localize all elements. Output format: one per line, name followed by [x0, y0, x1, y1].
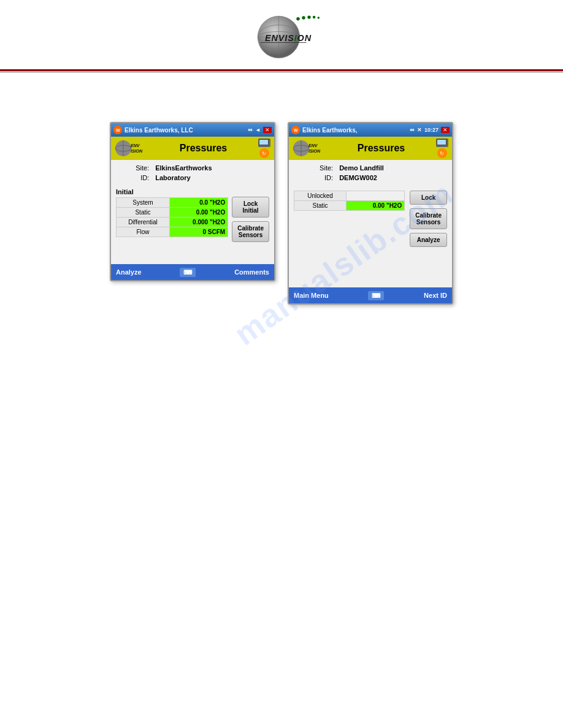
svg-text:ISION: ISION [131, 149, 143, 153]
measure-value-0: 0.0 "H2O [169, 198, 228, 208]
measure-value-3: 0 SCFM [169, 227, 228, 237]
right-measure-value-0 [347, 191, 405, 201]
table-row: Unlocked [294, 191, 405, 201]
left-header-icons: ↻ [258, 138, 270, 158]
envision-logo: ENVISION [226, 11, 337, 63]
right-time: 10:27 [424, 127, 439, 133]
left-device-icon [258, 138, 270, 147]
left-volume-icon: ◄ [255, 127, 261, 133]
right-measure-label-0: Unlocked [294, 191, 347, 201]
right-title-bar: W Elkins Earthworks, ⇔ ✕ 10:27 ✕ [289, 123, 452, 137]
right-measure-label-1: Static [294, 201, 347, 211]
svg-point-5 [296, 17, 299, 20]
right-bottom-bar: Main Menu ⌨ Next ID [289, 287, 452, 303]
right-header-icons: ↻ [436, 138, 448, 158]
calibrate-sensors-button-right[interactable]: Calibrate Sensors [410, 208, 447, 229]
table-row: Static 0.00 "H2O [117, 208, 228, 218]
right-keyboard-icon[interactable]: ⌨ [368, 291, 384, 300]
table-row: Differential 0.000 "H2O [117, 218, 228, 227]
analyze-button-right[interactable]: Analyze [410, 233, 447, 247]
left-site-info: Site: ElkinsEarthworks ID: Laboratory [111, 160, 274, 187]
header: ENVISION [0, 0, 563, 69]
right-site-label: Site: [295, 164, 335, 172]
svg-point-9 [318, 17, 320, 19]
svg-point-8 [313, 16, 315, 19]
svg-rect-32 [437, 140, 446, 145]
left-site-value: ElkinsEarthworks [153, 164, 268, 172]
measure-label-3: Flow [117, 227, 170, 237]
measure-label-1: Static [117, 208, 170, 218]
measure-value-1: 0.00 "H2O [169, 208, 228, 218]
svg-text:ENVISION: ENVISION [265, 33, 312, 43]
right-title-text: Elkins Earthworks, [302, 127, 357, 134]
left-bottom-bar: Analyze ⌨ Comments [111, 264, 274, 280]
right-device-window: W Elkins Earthworks, ⇔ ✕ 10:27 ✕ ENV ISI… [288, 122, 453, 305]
svg-rect-21 [269, 141, 270, 143]
svg-text:W: W [294, 128, 298, 132]
right-main-menu-btn[interactable]: Main Menu [294, 292, 329, 299]
left-app-title: Pressures [148, 143, 258, 154]
measure-label-0: System [117, 198, 170, 208]
left-title-controls: ⇔ ◄ ✕ [248, 127, 272, 133]
svg-text:↻: ↻ [440, 151, 444, 156]
left-section-label: Initial [116, 188, 228, 195]
left-title-bar: W Elkins Earthworks, LLC ⇔ ◄ ✕ [111, 123, 274, 137]
left-keyboard-icon[interactable]: ⌨ [180, 268, 196, 277]
svg-point-6 [302, 16, 305, 19]
measure-label-2: Differential [117, 218, 170, 227]
left-device-window: W Elkins Earthworks, LLC ⇔ ◄ ✕ ENV ISION… [110, 122, 275, 281]
measure-value-2: 0.000 "H2O [169, 218, 228, 227]
left-title-text: Elkins Earthworks, LLC [124, 127, 193, 134]
left-app-header: ENV ISION Pressures ↻ [111, 137, 274, 160]
svg-text:ENV: ENV [131, 143, 140, 148]
table-row: Static 0.00 "H2O [294, 201, 405, 211]
svg-text:ENV: ENV [308, 143, 318, 148]
left-signal-icon: ⇔ [248, 127, 253, 133]
calibrate-sensors-button-left[interactable]: Calibrate Sensors [232, 221, 269, 242]
right-app-title: Pressures [326, 143, 436, 154]
right-close-button[interactable]: ✕ [441, 127, 450, 133]
svg-point-7 [307, 15, 310, 18]
right-site-info: Site: Demo Landfill ID: DEMGW002 [289, 160, 452, 187]
lock-initial-button[interactable]: Lock Initial [232, 197, 269, 218]
divider [0, 69, 563, 73]
right-title-icon: W [291, 126, 300, 134]
left-title-icon: W [113, 126, 122, 134]
right-signal-icon: ⇔ [410, 127, 415, 133]
left-close-button[interactable]: ✕ [263, 127, 272, 133]
right-next-id-btn[interactable]: Next ID [424, 292, 447, 299]
left-app-logo: ENV ISION [115, 140, 148, 157]
right-site-value: Demo Landfill [337, 164, 446, 172]
lock-button-right[interactable]: Lock [410, 191, 447, 205]
svg-text:W: W [116, 128, 120, 132]
svg-rect-20 [259, 140, 268, 145]
left-analyze-btn[interactable]: Analyze [116, 268, 142, 276]
svg-rect-33 [446, 141, 448, 143]
table-row: System 0.0 "H2O [117, 198, 228, 208]
left-id-value: Laboratory [153, 173, 268, 182]
right-app-logo: ENV ISION [293, 140, 326, 157]
right-mute-icon: ✕ [417, 127, 422, 133]
right-device-icon [436, 138, 448, 147]
table-row: Flow 0 SCFM [117, 227, 228, 237]
right-measurements-table: Unlocked Static 0.00 "H2O [294, 191, 405, 211]
right-app-header: ENV ISION Pressures ↻ [289, 137, 452, 160]
right-id-label: ID: [295, 173, 335, 182]
left-id-label: ID: [117, 173, 151, 182]
left-refresh-icon: ↻ [259, 148, 269, 158]
svg-text:↻: ↻ [262, 151, 266, 156]
right-title-controls: ⇔ ✕ 10:27 ✕ [410, 127, 450, 133]
left-comments-btn[interactable]: Comments [234, 268, 269, 276]
right-refresh-icon: ↻ [437, 148, 447, 158]
left-site-label: Site: [117, 164, 151, 172]
right-id-value: DEMGW002 [337, 173, 446, 182]
svg-text:ISION: ISION [308, 149, 321, 153]
left-measurements-table: System 0.0 "H2O Static 0.00 "H2O Differe… [116, 197, 228, 237]
right-measure-value-1: 0.00 "H2O [347, 201, 405, 211]
